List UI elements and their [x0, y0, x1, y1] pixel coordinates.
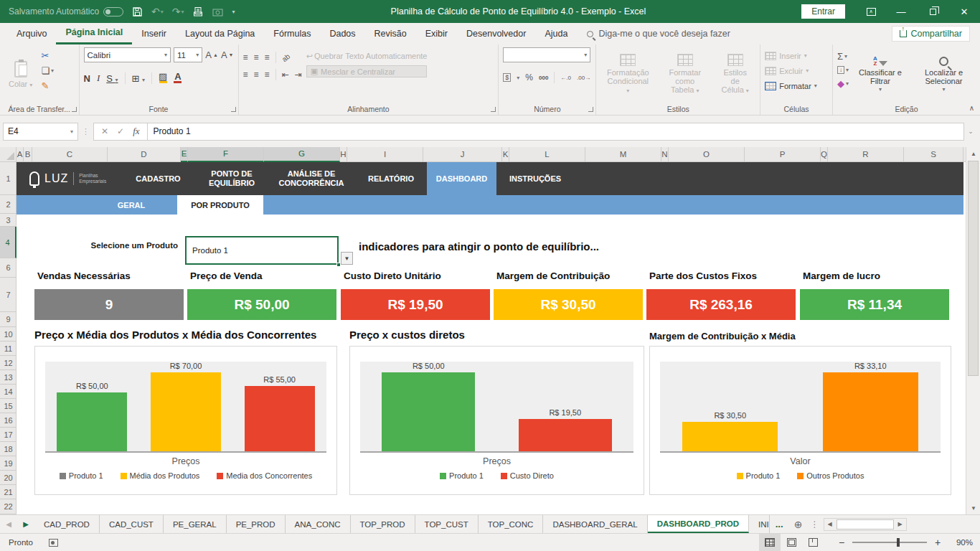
sign-in-button[interactable]: Entrar — [801, 4, 845, 19]
delete-cells-button[interactable]: Excluir▾ — [765, 64, 828, 77]
chart-0[interactable]: R$ 50,00R$ 70,00R$ 55,00PreçosProduto 1M… — [34, 346, 337, 495]
conditional-formatting-button[interactable]: Formatação Condicional ▾ — [600, 47, 655, 102]
row-header-10[interactable]: 10 — [0, 327, 17, 342]
column-header-k[interactable]: K — [502, 147, 509, 162]
select-all-corner[interactable] — [0, 147, 17, 162]
column-header-m[interactable]: M — [585, 147, 661, 162]
product-selector-cell[interactable]: Produto 1 — [185, 236, 339, 265]
sheet-tab-cad-cust[interactable]: CAD_CUST — [100, 515, 164, 533]
sheet-tab-top-prod[interactable]: TOP_PROD — [351, 515, 415, 533]
autosave-toggle[interactable] — [103, 7, 123, 17]
fill-button[interactable]: ↓▾ — [837, 64, 849, 75]
scroll-up-icon[interactable]: ▲ — [966, 147, 980, 160]
row-header-2[interactable]: 2 — [0, 195, 17, 214]
increase-decimal-icon[interactable]: ←.0 — [560, 75, 571, 81]
close-button[interactable]: ✕ — [948, 0, 980, 23]
menu-tab-dados[interactable]: Dados — [320, 23, 364, 44]
find-select-button[interactable]: Localizar e Selecionar▾ — [912, 47, 976, 102]
font-size-select[interactable]: 11▾ — [174, 47, 202, 62]
share-button[interactable]: Compartilhar — [892, 26, 970, 42]
row-header-6[interactable]: 6 — [0, 258, 17, 278]
menu-tab-revisao[interactable]: Revisão — [365, 23, 416, 44]
font-dialog-launcher[interactable] — [231, 107, 236, 112]
column-header-d[interactable]: D — [108, 147, 181, 162]
autosum-button[interactable]: Σ▾ — [837, 50, 849, 62]
sort-filter-button[interactable]: AZ Classificar e Filtrar▾ — [853, 47, 908, 102]
number-dialog-launcher[interactable] — [588, 107, 593, 112]
row-header-16[interactable]: 16 — [0, 413, 17, 428]
macro-record-icon[interactable] — [49, 539, 58, 547]
autosave-control[interactable]: Salvamento Automático — [9, 6, 123, 17]
confirm-entry-icon[interactable]: ✓ — [117, 126, 124, 136]
row-header-4[interactable]: 4 — [0, 227, 17, 258]
comma-icon[interactable]: 000 — [539, 75, 548, 81]
row-header-19[interactable]: 19 — [0, 456, 17, 471]
wrap-text-button[interactable]: ↩ Quebrar Texto Automaticamente — [306, 50, 428, 62]
minimize-button[interactable]: — — [885, 0, 917, 23]
bold-button[interactable]: N — [84, 73, 90, 84]
copy-button[interactable]: ❏▾ — [41, 65, 54, 76]
column-header-q[interactable]: Q — [821, 147, 828, 162]
sheet-tab-cad-prod[interactable]: CAD_PROD — [34, 515, 100, 533]
product-dropdown-button[interactable]: ▼ — [341, 252, 353, 265]
column-header-b[interactable]: B — [24, 147, 32, 162]
sheet-tabs-overflow[interactable]: ... — [770, 515, 789, 533]
row-header-14[interactable]: 14 — [0, 385, 17, 399]
align-middle-icon[interactable]: ≡ — [254, 52, 259, 62]
merge-center-button[interactable]: ▣ Mesclar e Centralizar — [306, 65, 428, 77]
tell-me-box[interactable]: Diga-me o que você deseja fazer — [587, 29, 730, 39]
format-cells-button[interactable]: Formatar▾ — [765, 79, 828, 93]
horizontal-scroll-thumb[interactable] — [837, 519, 894, 529]
column-header-h[interactable]: H — [340, 147, 347, 162]
formula-input[interactable]: Produto 1 — [147, 123, 964, 141]
normal-view-button[interactable] — [759, 534, 781, 551]
ribbon-display-options-icon[interactable]: ∧ — [857, 0, 885, 23]
qat-customize-icon[interactable]: ▾ — [232, 9, 235, 15]
subtab-por-produto[interactable]: POR PRODUTO — [177, 195, 263, 215]
italic-button[interactable]: I — [97, 72, 100, 84]
cell-styles-button[interactable]: Estilos de Célula ▾ — [715, 47, 755, 102]
subtab-geral[interactable]: GERAL — [95, 195, 167, 215]
row-header-15[interactable]: 15 — [0, 399, 17, 413]
save-icon[interactable] — [132, 6, 143, 17]
sheet-tab-pe-prod[interactable]: PE_PROD — [227, 515, 286, 533]
sheet-tab-ana-conc[interactable]: ANA_CONC — [286, 515, 351, 533]
menu-tab-formulas[interactable]: Fórmulas — [264, 23, 320, 44]
insert-function-icon[interactable]: fx — [133, 126, 139, 137]
row-header-13[interactable]: 13 — [0, 370, 17, 385]
undo-icon[interactable]: ↶▾ — [151, 6, 164, 17]
percent-icon[interactable]: % — [525, 72, 533, 83]
menu-tab-ajuda[interactable]: Ajuda — [535, 23, 577, 44]
cancel-entry-icon[interactable]: ✕ — [101, 126, 108, 136]
column-header-f[interactable]: F — [188, 147, 264, 162]
menu-tab-layout-da-pagina[interactable]: Layout da Página — [176, 23, 264, 44]
sheet-tab-pe-geral[interactable]: PE_GERAL — [164, 515, 227, 533]
alignment-dialog-launcher[interactable] — [491, 107, 496, 112]
insert-cells-button[interactable]: Inserir▾ — [765, 49, 828, 62]
fill-color-button[interactable]: ▨ — [159, 73, 167, 83]
align-left-icon[interactable]: ≡ — [243, 70, 248, 80]
camera-icon[interactable] — [212, 7, 223, 17]
page-layout-view-button[interactable] — [781, 534, 802, 551]
nav-item-dashboard[interactable]: DASHBOARD — [427, 162, 496, 195]
row-header-9[interactable]: 9 — [0, 312, 17, 327]
vertical-scrollbar[interactable]: ▲ ▼ — [966, 147, 980, 514]
align-right-icon[interactable]: ≡ — [265, 70, 270, 80]
decrease-indent-icon[interactable]: ⇤ — [282, 70, 289, 80]
font-name-select[interactable]: Calibri▾ — [84, 47, 171, 62]
column-header-s[interactable]: S — [904, 147, 963, 162]
sheet-tab-top-cust[interactable]: TOP_CUST — [415, 515, 479, 533]
column-header-n[interactable]: N — [661, 147, 669, 162]
decrease-font-icon[interactable]: A▼ — [221, 50, 234, 61]
row-header-18[interactable]: 18 — [0, 442, 17, 456]
nav-item-cadastro[interactable]: CADASTRO — [121, 162, 196, 195]
sheet-tab-top-conc[interactable]: TOP_CONC — [479, 515, 544, 533]
format-painter-button[interactable]: ✎ — [41, 80, 54, 91]
scroll-down-icon[interactable]: ▼ — [966, 501, 980, 514]
column-header-l[interactable]: L — [509, 147, 585, 162]
page-break-view-button[interactable] — [802, 534, 824, 551]
row-header-11[interactable]: 11 — [0, 342, 17, 356]
restore-button[interactable] — [917, 0, 948, 23]
nav-item-ponto-de-equilibrio[interactable]: PONTO DE EQUILÍBRIO — [196, 162, 268, 195]
column-header-i[interactable]: I — [347, 147, 423, 162]
